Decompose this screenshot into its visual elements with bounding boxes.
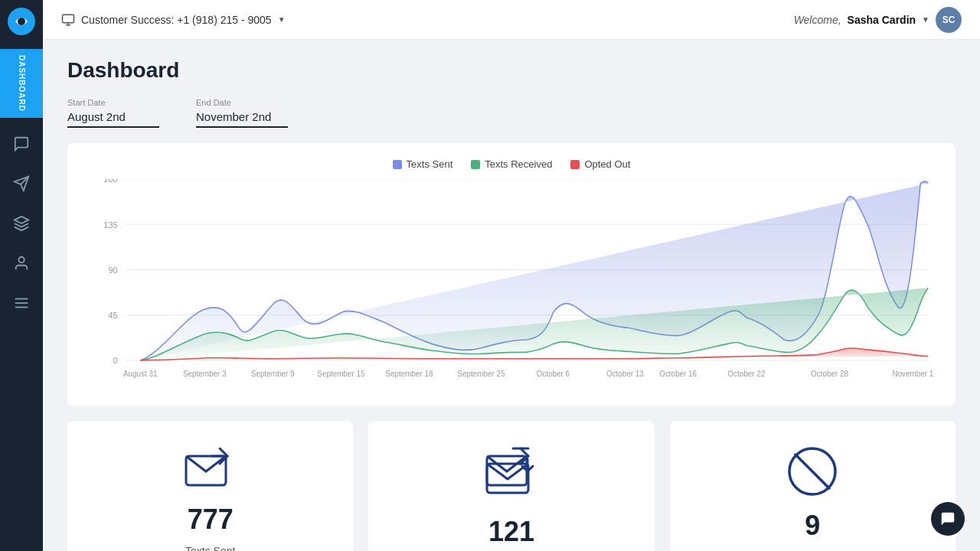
sidebar: Dashboard — [0, 0, 43, 551]
legend-label-sent: Texts Sent — [407, 158, 453, 170]
legend-texts-received: Texts Received — [471, 158, 552, 170]
end-date-field: End Date November 2nd — [196, 98, 288, 128]
main-content: Customer Success: +1 (918) 215 - 9005 ▼ … — [43, 0, 980, 551]
logo[interactable] — [8, 8, 35, 38]
legend-dot-received — [471, 160, 480, 169]
stat-card-texts-received: 121 Texts Received — [368, 421, 654, 551]
legend-dot-opted — [570, 160, 580, 169]
chat-button[interactable] — [931, 502, 965, 536]
stat-card-texts-sent: 777 Texts Sent — [67, 421, 353, 551]
sidebar-item-dashboard[interactable]: Dashboard — [0, 49, 43, 118]
sidebar-item-menu[interactable] — [5, 286, 38, 320]
end-date-value[interactable]: November 2nd — [196, 110, 288, 128]
chart-legend: Texts Sent Texts Received Opted Out — [80, 158, 943, 170]
sidebar-item-campaigns[interactable] — [5, 167, 38, 201]
svg-text:September 18: September 18 — [385, 370, 433, 378]
legend-texts-sent: Texts Sent — [393, 158, 453, 170]
texts-sent-icon — [183, 445, 238, 494]
avatar[interactable]: SC — [936, 7, 962, 33]
svg-point-1 — [18, 18, 25, 25]
page-title: Dashboard — [67, 58, 956, 83]
topbar: Customer Success: +1 (918) 215 - 9005 ▼ … — [43, 0, 980, 40]
svg-text:October 22: October 22 — [727, 370, 765, 378]
content-area: Dashboard Start Date August 2nd End Date… — [43, 40, 980, 551]
stat-card-opted-out: 9 Total Opt-Outs — [670, 421, 956, 551]
end-date-label: End Date — [196, 98, 288, 107]
date-filter-row: Start Date August 2nd End Date November … — [67, 98, 956, 128]
texts-received-icon-v2 — [484, 458, 539, 507]
svg-text:180: 180 — [103, 179, 117, 184]
legend-dot-sent — [393, 160, 402, 169]
svg-text:August 31: August 31 — [123, 370, 158, 378]
svg-text:135: 135 — [103, 220, 117, 229]
sidebar-item-conversations[interactable] — [5, 127, 38, 161]
phone-dropdown-icon[interactable]: ▼ — [278, 15, 286, 24]
svg-text:October 13: October 13 — [606, 370, 644, 378]
topbar-right: Welcome, Sasha Cardin ▼ SC — [794, 7, 962, 33]
svg-text:90: 90 — [108, 265, 117, 274]
stats-row: 777 Texts Sent — [67, 421, 956, 551]
texts-received-value: 121 — [488, 516, 534, 548]
opted-out-value: 9 — [805, 510, 820, 542]
svg-text:October 6: October 6 — [537, 370, 570, 378]
welcome-text: Welcome, — [794, 14, 841, 26]
legend-opted-out: Opted Out — [570, 158, 630, 170]
texts-sent-label: Texts Sent — [185, 545, 235, 551]
texts-sent-value: 777 — [188, 504, 234, 536]
svg-marker-4 — [15, 217, 28, 223]
topbar-left: Customer Success: +1 (918) 215 - 9005 ▼ — [61, 13, 286, 27]
svg-rect-9 — [63, 15, 74, 23]
legend-label-opted: Opted Out — [584, 158, 630, 170]
username: Sasha Cardin — [848, 14, 916, 26]
start-date-field: Start Date August 2nd — [67, 98, 159, 128]
phone-label[interactable]: Customer Success: +1 (918) 215 - 9005 — [81, 14, 272, 26]
monitor-icon — [61, 13, 75, 27]
start-date-label: Start Date — [67, 98, 159, 107]
opted-out-icon — [786, 445, 838, 500]
svg-text:October 16: October 16 — [659, 370, 697, 378]
start-date-value[interactable]: August 2nd — [67, 110, 159, 128]
svg-text:October 28: October 28 — [811, 370, 848, 378]
chart-svg: 0 45 90 135 180 August 31 September 3 Se… — [80, 179, 943, 393]
sidebar-item-contacts[interactable] — [5, 246, 38, 280]
chart-area: 0 45 90 135 180 August 31 September 3 Se… — [80, 179, 943, 393]
svg-text:0: 0 — [113, 356, 117, 365]
user-dropdown-icon[interactable]: ▼ — [922, 15, 929, 24]
svg-text:45: 45 — [108, 311, 117, 320]
chart-container: Texts Sent Texts Received Opted Out — [67, 143, 956, 406]
svg-line-41 — [795, 455, 829, 488]
svg-text:September 25: September 25 — [457, 370, 505, 378]
svg-text:September 9: September 9 — [251, 370, 295, 378]
sidebar-item-layers[interactable] — [5, 207, 38, 240]
svg-text:September 3: September 3 — [183, 370, 227, 378]
svg-text:September 15: September 15 — [317, 370, 364, 378]
svg-text:November 1: November 1 — [893, 370, 934, 378]
svg-point-5 — [18, 257, 24, 262]
legend-label-received: Texts Received — [485, 158, 552, 170]
